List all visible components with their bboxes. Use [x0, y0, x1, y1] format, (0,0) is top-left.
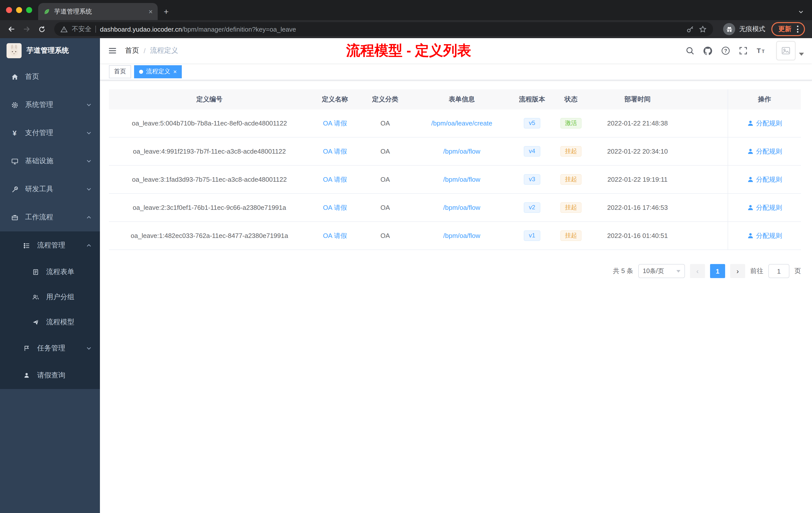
url-text[interactable]: dashboard.yudao.iocoder.cn/bpm/manager/d… [100, 25, 296, 33]
status-tag: 挂起 [560, 174, 581, 185]
chevron-down-icon [86, 130, 92, 136]
workflow-submenu: 流程管理 流程表单 用户分组 [0, 232, 100, 389]
user-avatar-menu[interactable] [776, 41, 804, 60]
form-link[interactable]: /bpm/oa/flow [443, 204, 480, 211]
tag-process-definition[interactable]: 流程定义 × [134, 65, 182, 78]
top-navbar: 首页 / 流程定义 流程模型 - 定义列表 ? [100, 38, 812, 63]
sidebar: 芋道管理系统 首页 系统管理 ¥ 支付管理 [0, 38, 100, 513]
chevron-up-icon [86, 242, 92, 248]
assign-rule-link[interactable]: 分配规则 [747, 119, 782, 128]
tab-close-icon[interactable]: × [149, 8, 153, 15]
browser-window: 芋道管理系统 × + 不安全 dashboard.yudao.iocoder.c… [0, 0, 812, 513]
page-number-1[interactable]: 1 [710, 264, 725, 278]
goto-label: 前往 [750, 267, 763, 276]
address-bar[interactable]: 不安全 dashboard.yudao.iocoder.cn/bpm/manag… [54, 22, 713, 36]
close-window-button[interactable] [6, 7, 12, 13]
tab-search-chevron-icon[interactable] [798, 8, 804, 17]
form-link[interactable]: /bpm/oa/flow [443, 232, 480, 239]
table-row: oa_leave:5:004b710b-7b8a-11ec-8ef0-acde4… [109, 110, 801, 138]
cell-definition-id: oa_leave:4:991f2193-7b7f-11ec-a3c8-acde4… [109, 138, 310, 165]
sidebar-item-task-management[interactable]: 任务管理 [0, 335, 100, 362]
forward-button[interactable] [20, 23, 33, 36]
security-label[interactable]: 不安全 [72, 25, 91, 34]
definition-name-link[interactable]: OA 请假 [323, 203, 347, 212]
browser-tab[interactable]: 芋道管理系统 × [38, 3, 158, 20]
tag-label: 首页 [114, 67, 126, 76]
document-icon [31, 269, 40, 276]
briefcase-icon [10, 214, 19, 221]
sidebar-item-label: 流程模型 [46, 318, 74, 327]
definition-name-link[interactable]: OA 请假 [323, 175, 347, 184]
flag-icon [22, 345, 31, 352]
status-tag: 激活 [560, 118, 581, 128]
new-tab-button[interactable]: + [164, 7, 169, 16]
sidebar-item-leave-query[interactable]: 请假查询 [0, 362, 100, 389]
prev-page-button[interactable]: ‹ [690, 264, 705, 278]
breadcrumb-home[interactable]: 首页 [125, 46, 139, 55]
version-tag: v4 [524, 146, 540, 157]
sidebar-item-process-management[interactable]: 流程管理 [0, 232, 100, 260]
sidebar-item-payment-management[interactable]: ¥ 支付管理 [0, 119, 100, 147]
column-header-status: 状态 [551, 89, 591, 110]
minimize-window-button[interactable] [16, 7, 22, 13]
back-button[interactable] [5, 23, 18, 36]
zoom-window-button[interactable] [26, 7, 32, 13]
form-link[interactable]: /bpm/oa/flow [443, 176, 480, 183]
tag-close-icon[interactable]: × [173, 68, 177, 74]
font-size-icon[interactable]: TT [756, 46, 766, 55]
next-page-button[interactable]: › [730, 264, 745, 278]
sidebar-item-system-management[interactable]: 系统管理 [0, 91, 100, 119]
bookmark-star-icon[interactable] [698, 25, 707, 33]
column-header-action: 操作 [728, 89, 801, 110]
column-header-version: 流程版本 [513, 89, 551, 110]
sidebar-item-label: 基础设施 [25, 157, 53, 165]
assign-rule-link[interactable]: 分配规则 [747, 175, 782, 184]
assign-rule-label: 分配规则 [756, 147, 782, 156]
github-icon[interactable] [703, 46, 713, 56]
assign-rule-link[interactable]: 分配规则 [747, 231, 782, 240]
assign-rule-link[interactable]: 分配规则 [747, 147, 782, 156]
table-row: oa_leave:1:482ec033-762a-11ec-8477-a2380… [109, 222, 801, 250]
browser-toolbar: 不安全 dashboard.yudao.iocoder.cn/bpm/manag… [0, 20, 812, 38]
definition-name-link[interactable]: OA 请假 [323, 231, 347, 240]
kebab-menu-icon[interactable] [796, 25, 800, 34]
status-tag: 挂起 [560, 146, 581, 157]
pagination: 共 5 条 10条/页 ‹ 1 › 前往 页 [109, 264, 801, 278]
yen-icon: ¥ [10, 129, 19, 137]
form-link[interactable]: /bpm/oa/leave/create [431, 119, 492, 127]
logo-title: 芋道管理系统 [27, 46, 69, 55]
sidebar-item-user-group[interactable]: 用户分组 [0, 284, 100, 310]
sidebar-item-workflow[interactable]: 工作流程 [0, 203, 100, 232]
password-key-icon[interactable] [686, 25, 695, 33]
divider [95, 26, 96, 33]
sidebar-item-process-form[interactable]: 流程表单 [0, 260, 100, 284]
cell-definition-id: oa_leave:3:1fad3d93-7b75-11ec-a3c8-acde4… [109, 165, 310, 193]
sidebar-item-dev-tools[interactable]: 研发工具 [0, 175, 100, 203]
page-size-select[interactable]: 10条/页 [638, 264, 685, 278]
main-area: 首页 / 流程定义 流程模型 - 定义列表 ? [100, 38, 812, 513]
browser-update-button[interactable]: 更新 [771, 22, 805, 36]
assign-rule-link[interactable]: 分配规则 [747, 203, 782, 212]
chevron-down-icon [86, 345, 92, 351]
active-dot [139, 69, 143, 73]
tags-view: 首页 流程定义 × [100, 63, 812, 80]
search-icon[interactable] [686, 46, 695, 55]
definition-name-link[interactable]: OA 请假 [323, 119, 347, 128]
sidebar-item-infrastructure[interactable]: 基础设施 [0, 147, 100, 175]
app-shell: 芋道管理系统 首页 系统管理 ¥ 支付管理 [0, 38, 812, 513]
app-logo[interactable]: 芋道管理系统 [0, 38, 100, 63]
form-link[interactable]: /bpm/oa/flow [443, 148, 480, 155]
incognito-profile-chip[interactable]: 无痕模式 [723, 23, 765, 35]
page-jump-input[interactable] [768, 264, 789, 278]
cell-deploy-time: 2022-01-16 17:46:53 [591, 194, 684, 221]
tag-home[interactable]: 首页 [109, 65, 131, 78]
definition-name-link[interactable]: OA 请假 [323, 147, 347, 156]
sidebar-collapse-icon[interactable] [108, 46, 117, 55]
sidebar-item-home[interactable]: 首页 [0, 63, 100, 91]
reload-button[interactable] [35, 23, 48, 36]
help-icon[interactable]: ? [721, 46, 730, 55]
sidebar-item-process-model[interactable]: 流程模型 [0, 310, 100, 335]
cell-definition-id: oa_leave:5:004b710b-7b8a-11ec-8ef0-acde4… [109, 110, 310, 137]
fullscreen-icon[interactable] [739, 46, 748, 55]
sidebar-item-label: 工作流程 [25, 213, 53, 222]
